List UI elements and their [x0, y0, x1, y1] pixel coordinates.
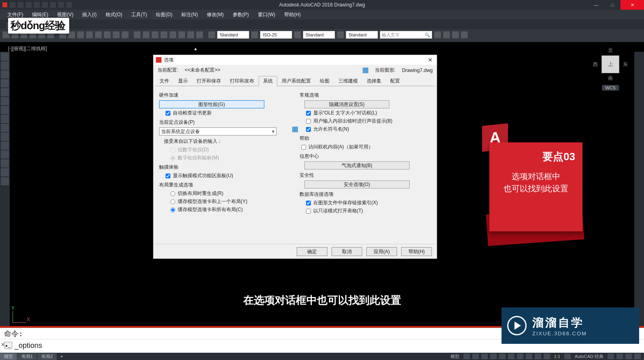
command-close-icon[interactable]: ✕	[1, 342, 5, 347]
radio-cache-last[interactable]: 缓存模型选项卡和上一个布局(Y)	[170, 198, 290, 205]
text-style-combo[interactable]: Standard	[217, 31, 249, 39]
qat-icon[interactable]	[26, 2, 32, 8]
qat-icon[interactable]	[10, 2, 15, 8]
radio-cache-all[interactable]: 缓存模型选项卡和所有布局(C)	[170, 206, 290, 213]
status-icon[interactable]	[625, 354, 632, 359]
status-icon[interactable]	[564, 354, 571, 359]
hidden-message-settings-button[interactable]: 隐藏消息设置(S)	[304, 100, 389, 108]
dim-style-icon[interactable]	[251, 31, 258, 38]
menu-insert[interactable]: 插入(I)	[78, 11, 100, 19]
draw-tool-icon[interactable]	[1, 70, 9, 78]
tool-icon[interactable]	[77, 31, 84, 38]
tool-icon[interactable]	[443, 31, 450, 38]
tab-3d[interactable]: 三维建模	[334, 76, 362, 86]
ok-button[interactable]: 确定	[297, 247, 327, 256]
status-workspace[interactable]: AutoCAD 经典	[573, 354, 605, 360]
draw-tool-icon[interactable]	[1, 124, 9, 132]
status-icon[interactable]	[472, 354, 479, 359]
menu-tools[interactable]: 工具(T)	[127, 11, 151, 19]
add-layout-button[interactable]: +	[57, 354, 66, 359]
tool-icon[interactable]	[151, 31, 159, 38]
qat-icon[interactable]	[18, 2, 23, 8]
tool-icon[interactable]	[113, 31, 120, 38]
viewcube-south[interactable]: 南	[593, 75, 628, 82]
close-button[interactable]: ✕	[621, 0, 644, 10]
tab-profiles[interactable]: 配置	[386, 76, 404, 86]
help-button[interactable]: 帮助(H)	[401, 247, 432, 256]
draw-tool-icon[interactable]	[1, 115, 9, 123]
tab-plot-publish[interactable]: 打印和发布	[225, 76, 259, 86]
qat-icon[interactable]	[50, 2, 56, 8]
pointing-device-select[interactable]: 当前系统定点设备▾	[159, 127, 276, 136]
tool-icon[interactable]	[187, 31, 194, 38]
status-icon[interactable]	[526, 354, 532, 359]
draw-tool-icon[interactable]	[1, 106, 9, 114]
mleader-style-icon[interactable]	[337, 31, 344, 38]
radio-digitizer-only[interactable]: 仅数字化仪(D)	[170, 146, 290, 153]
status-icon[interactable]	[481, 354, 488, 359]
tool-icon[interactable]	[160, 31, 168, 38]
tab-user-pref[interactable]: 用户系统配置	[277, 76, 315, 86]
dim-style-combo[interactable]: ISO-25	[260, 31, 292, 39]
text-style-icon[interactable]	[208, 31, 215, 38]
graphics-performance-button[interactable]: 图形性能(G)	[159, 100, 264, 108]
tool-icon[interactable]	[169, 31, 176, 38]
tab-display[interactable]: 显示	[174, 76, 192, 86]
menu-window[interactable]: 窗口(W)	[254, 11, 279, 19]
apply-button[interactable]: 应用(A)	[366, 247, 397, 256]
draw-tool-icon[interactable]	[1, 177, 9, 185]
draw-tool-icon[interactable]	[1, 150, 9, 159]
cancel-button[interactable]: 取消	[332, 247, 362, 256]
command-input[interactable]: _options	[15, 341, 42, 350]
tool-icon[interactable]	[104, 31, 111, 38]
table-style-combo[interactable]: Standard	[303, 31, 335, 39]
status-icon[interactable]	[634, 354, 641, 359]
tool-icon[interactable]	[86, 31, 93, 38]
viewcube-north[interactable]: 北	[593, 47, 628, 54]
menu-format[interactable]: 格式(O)	[102, 11, 126, 19]
status-icon[interactable]	[535, 354, 541, 359]
draw-tool-icon[interactable]	[1, 88, 9, 96]
store-link-index-checkbox[interactable]: 在图形文件中保存链接索引(X)	[306, 199, 430, 206]
status-icon[interactable]	[608, 354, 614, 359]
menu-help[interactable]: 帮助(H)	[280, 11, 305, 19]
draw-tool-icon[interactable]	[1, 168, 9, 176]
auto-cert-update-checkbox[interactable]: 自动检查证书更新	[166, 110, 290, 116]
mleader-style-combo[interactable]: Standard	[346, 31, 378, 39]
right-scrollbar[interactable]	[634, 52, 644, 328]
viewcube-east[interactable]: 东	[623, 61, 628, 68]
tab-files[interactable]: 文件	[155, 76, 174, 86]
status-icon[interactable]	[544, 354, 550, 359]
status-icon[interactable]	[463, 354, 470, 359]
table-style-icon[interactable]	[294, 31, 301, 38]
dialog-title-bar[interactable]: 选项 ✕	[153, 55, 437, 65]
tool-icon[interactable]	[134, 31, 141, 38]
tool-icon[interactable]	[178, 31, 185, 38]
tab-system[interactable]: 系统	[259, 76, 277, 86]
qat-icon[interactable]	[42, 2, 48, 8]
tool-icon[interactable]	[121, 31, 129, 38]
menu-parametric[interactable]: 参数(P)	[229, 11, 253, 19]
ole-text-size-checkbox[interactable]: 显示“OLE 文字大小”对话框(L)	[306, 110, 430, 116]
draw-tool-icon[interactable]	[1, 159, 9, 167]
viewcube-top[interactable]: 上	[601, 55, 619, 73]
menu-modify[interactable]: 修改(M)	[203, 11, 228, 19]
radio-digitizer-mouse[interactable]: 数字化仪和鼠标(M)	[170, 155, 290, 161]
status-icon[interactable]	[508, 354, 514, 359]
security-options-button[interactable]: 安全选项(O)	[304, 180, 410, 188]
menu-draw[interactable]: 绘图(D)	[152, 11, 176, 19]
tab-model[interactable]: 模型	[0, 353, 17, 360]
status-icon[interactable]	[517, 354, 523, 359]
viewport-label[interactable]: [-][俯视][二维线框]	[8, 45, 47, 52]
qat-icon[interactable]	[58, 2, 64, 8]
tab-layout1[interactable]: 布局1	[17, 353, 37, 360]
status-scale[interactable]: 1:1	[553, 354, 562, 359]
tool-icon[interactable]	[142, 31, 150, 38]
tab-open-save[interactable]: 打开和保存	[192, 76, 225, 86]
draw-tool-icon[interactable]	[1, 97, 9, 105]
readonly-tables-checkbox[interactable]: 以只读模式打开表格(T)	[306, 208, 430, 214]
beep-on-error-checkbox[interactable]: 用户输入内容出错时进行声音提示(B)	[306, 118, 430, 125]
search-icon[interactable]: 🔍	[425, 32, 430, 38]
tool-icon[interactable]	[434, 31, 441, 38]
allow-long-names-checkbox[interactable]: 允许长符号名(N)	[306, 126, 430, 133]
